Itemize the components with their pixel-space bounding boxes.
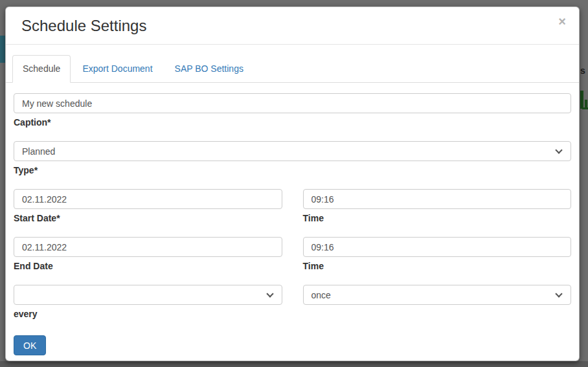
interval-group: once [303,285,572,319]
end-date-group: End Date [14,237,282,271]
end-date-label: End Date [14,261,282,271]
interval-select-value: once [311,290,331,300]
schedule-settings-dialog: Schedule Settings × Schedule Export Docu… [5,6,580,361]
tab-export-document[interactable]: Export Document [72,55,163,83]
start-date-input[interactable] [14,189,282,209]
chevron-down-icon [555,146,562,153]
start-time-group: Time [303,189,572,223]
start-time-label: Time [303,213,572,223]
tab-schedule[interactable]: Schedule [12,55,71,83]
dialog-header: Schedule Settings × [6,7,579,45]
start-date-group: Start Date* [14,189,282,223]
end-row: End Date Time [14,237,571,271]
type-group: Planned Type* [14,141,571,175]
ok-button[interactable]: OK [14,335,46,355]
start-row: Start Date* Time [14,189,571,223]
background-teal-fragment [0,36,5,63]
schedule-tab-panel: Caption* Planned Type* Start Date* Time … [6,83,579,355]
recurrence-row: every once [14,285,571,319]
tab-bar: Schedule Export Document SAP BO Settings [6,55,579,83]
background-chart-fragment [582,107,588,109]
backdrop-bottom-strip [0,361,588,367]
dialog-title: Schedule Settings [21,17,563,34]
type-select-value: Planned [22,146,55,157]
end-time-label: Time [303,261,572,271]
type-select[interactable]: Planned [14,141,571,161]
chevron-down-icon [555,290,562,297]
caption-group: Caption* [14,93,571,128]
every-select[interactable] [14,285,282,305]
caption-label: Caption* [14,117,571,128]
start-date-label: Start Date* [14,213,282,223]
start-time-input[interactable] [303,189,572,209]
background-text-fragment: s [580,65,585,76]
type-label: Type* [14,165,571,175]
chevron-down-icon [266,290,273,297]
end-time-group: Time [303,237,572,271]
tab-sap-bo-settings[interactable]: SAP BO Settings [164,55,254,83]
caption-input[interactable] [14,93,571,113]
every-label: every [14,309,282,319]
background-chart-fragment [580,91,583,109]
every-group: every [14,285,282,319]
interval-select[interactable]: once [303,285,572,305]
end-date-input[interactable] [14,237,282,257]
close-icon[interactable]: × [558,15,566,28]
end-time-input[interactable] [303,237,572,257]
